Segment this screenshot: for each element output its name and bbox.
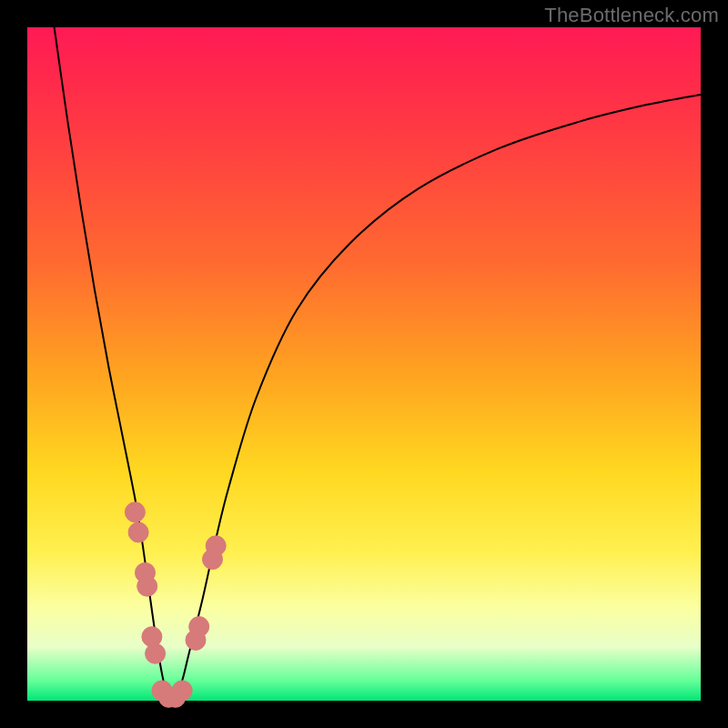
data-marker	[125, 502, 145, 522]
chart-frame: TheBottleneck.com	[0, 0, 728, 728]
data-marker	[146, 643, 166, 663]
watermark-text: TheBottleneck.com	[544, 4, 719, 27]
plot-area	[27, 27, 701, 701]
data-marker	[128, 522, 148, 542]
data-marker	[172, 681, 192, 701]
bottleneck-curve	[55, 27, 701, 703]
curve-markers	[125, 502, 226, 708]
curve-layer	[27, 27, 701, 701]
data-marker	[206, 536, 226, 556]
data-marker	[189, 617, 209, 637]
data-marker	[137, 576, 157, 596]
